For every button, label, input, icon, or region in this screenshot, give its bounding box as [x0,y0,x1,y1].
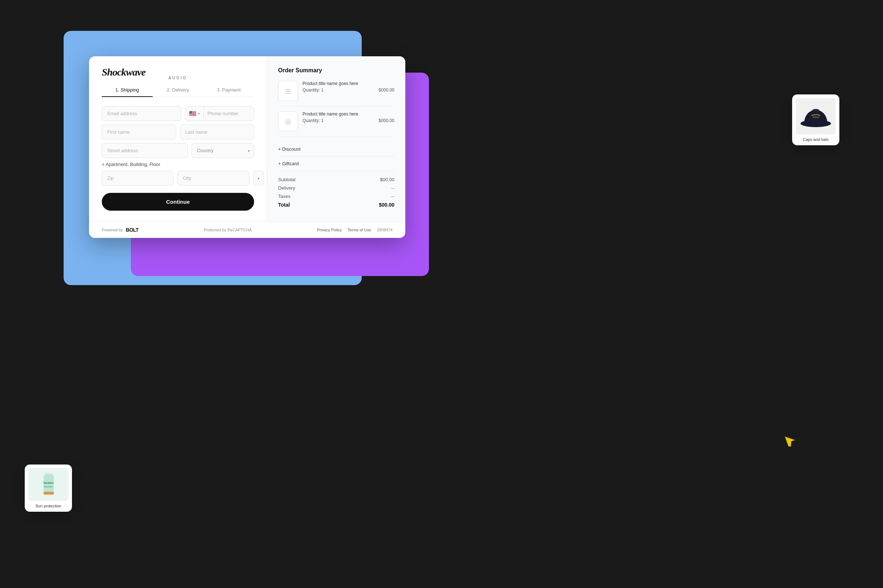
svg-rect-4 [44,492,54,495]
steps-nav: 1. Shipping 2. Delivery 3. Payment [102,87,254,97]
flag-emoji: 🇺🇸 [189,110,196,117]
country-select[interactable]: Country [192,143,254,158]
delivery-value: -- [391,185,394,190]
footer-links: Privacy Policy Terms of Use 2608974 [317,228,393,232]
apt-link[interactable]: + Apartment, Building, Floor [102,162,254,167]
bolt-logo: BOLT [126,227,138,233]
street-country-row: Country ▾ [102,143,254,158]
svg-marker-8 [784,433,797,448]
state-select-wrap: State ▾ [253,171,264,186]
state-select[interactable]: State [253,171,264,186]
order-summary-title: Order Summary [278,67,394,74]
step-shipping[interactable]: 1. Shipping [102,87,153,97]
svg-rect-0 [45,473,52,475]
giftcard-row[interactable]: + Giftcard [278,156,394,171]
product-qty-price-1: Quantity: 1 $000.00 [302,87,394,93]
subtotal-value: $00.00 [380,177,394,182]
sunscreen-image: Vacation Sunscreen [29,468,68,501]
product-thumb-2: ⊞ [278,111,298,132]
phone-input[interactable] [204,106,254,121]
city-input[interactable] [178,171,250,186]
product-info-1: Product title name goes here Quantity: 1… [302,81,394,101]
logo-text: Shockwave [102,66,145,78]
flag-chevron-icon: ▾ [198,112,200,116]
taxes-row: Taxes -- [278,194,394,199]
hat-image: Rivid [796,98,836,134]
product-image-placeholder-2: ⊞ [285,117,291,126]
order-summary-panel: Order Summary ⊞ Product title name goes … [267,56,405,222]
discount-row[interactable]: + Discount [278,142,394,156]
product-price-2: $000.00 [379,118,394,123]
firstname-input[interactable] [102,124,176,140]
total-row: Total $00.00 [278,202,394,208]
checkout-footer: Powered by BOLT Protected by ReCAPTCHA P… [89,222,405,238]
product-qty-2: Quantity: 1 [302,118,323,123]
terms-link[interactable]: Terms of Use [347,228,371,232]
product-thumb-1: ⊞ [278,81,298,101]
svg-text:Rivid: Rivid [812,116,819,119]
product-qty-price-2: Quantity: 1 $000.00 [302,118,394,123]
footer-id: 2608974 [377,228,393,232]
taxes-label: Taxes [278,194,290,199]
powered-by-bolt: Powered by BOLT [102,227,138,233]
powered-by-label: Powered by [102,228,123,232]
zip-city-state-row: State ▾ [102,171,254,186]
product-info-2: Product title name goes here Quantity: 1… [302,111,394,132]
float-card-hat: Rivid Caps and hats [792,94,839,145]
product-qty-1: Quantity: 1 [302,87,323,93]
subtotal-row: Subtotal $00.00 [278,177,394,182]
subtotal-label: Subtotal [278,177,296,182]
product-name-2: Product title name goes here [302,111,394,117]
lastname-input[interactable] [180,124,254,140]
total-label: Total [278,202,290,208]
country-select-wrap: Country ▾ [192,143,254,158]
step-payment[interactable]: 3. Payment [203,87,254,97]
email-phone-row: 🇺🇸 ▾ [102,106,254,121]
svg-rect-1 [44,475,54,495]
phone-group: 🇺🇸 ▾ [185,106,254,121]
svg-text:Sunscreen: Sunscreen [44,486,53,488]
taxes-value: -- [391,194,394,199]
step-delivery[interactable]: 2. Delivery [153,87,203,97]
zip-input[interactable] [102,171,174,186]
product-item-2: ⊞ Product title name goes here Quantity:… [278,111,394,137]
name-row [102,124,254,140]
hat-label: Caps and hats [796,137,836,142]
sunscreen-label: Sun protection [29,504,68,508]
cursor-arrow-icon [782,430,802,452]
continue-button[interactable]: Continue [102,193,254,211]
logo-area: Shockwave AUDIO [102,67,254,80]
hat-svg: Rivid [799,102,833,131]
checkout-modal: Shockwave AUDIO 1. Shipping 2. Delivery … [89,56,405,238]
delivery-row: Delivery -- [278,185,394,190]
float-card-sunscreen: Vacation Sunscreen Sun protection [25,465,72,512]
delivery-label: Delivery [278,185,295,190]
product-image-placeholder-1: ⊞ [285,87,291,96]
checkout-form-panel: Shockwave AUDIO 1. Shipping 2. Delivery … [89,56,267,222]
email-input[interactable] [102,106,181,121]
product-item-1: ⊞ Product title name goes here Quantity:… [278,81,394,106]
svg-text:Vacation: Vacation [43,482,53,484]
privacy-policy-link[interactable]: Privacy Policy [317,228,342,232]
phone-flag-button[interactable]: 🇺🇸 ▾ [185,106,204,121]
sunscreen-svg: Vacation Sunscreen [39,470,59,499]
product-name-1: Product title name goes here [302,81,394,86]
recaptcha-label: Protected by ReCAPTCHA [204,228,251,232]
apt-row: + Apartment, Building, Floor [102,162,254,167]
totals-section: Subtotal $00.00 Delivery -- Taxes -- Tot… [278,177,394,208]
total-value: $00.00 [379,202,394,208]
street-input[interactable] [102,143,188,158]
svg-point-6 [812,109,819,112]
product-price-1: $000.00 [379,87,394,93]
